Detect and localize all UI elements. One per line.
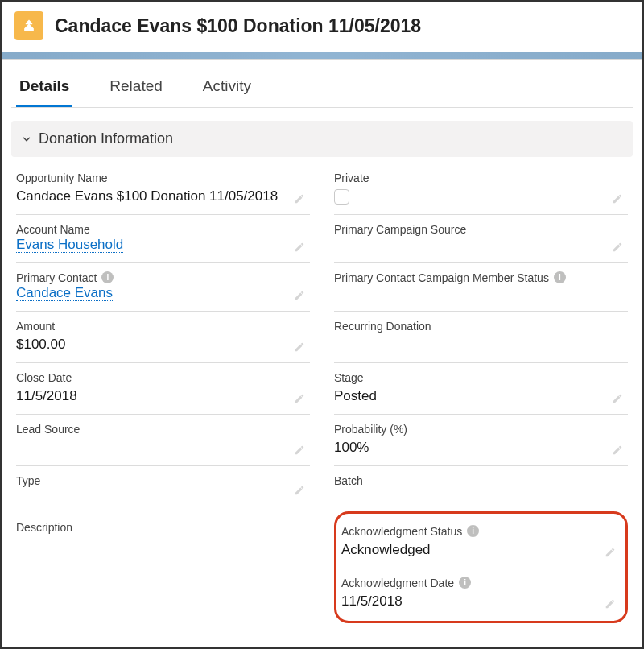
value-probability: 100%: [334, 439, 604, 457]
field-recurring-donation[interactable]: Recurring Donation: [334, 312, 628, 363]
field-batch[interactable]: Batch: [334, 466, 628, 506]
pencil-icon[interactable]: [294, 290, 305, 301]
label-amount: Amount: [16, 320, 55, 333]
tab-activity[interactable]: Activity: [200, 66, 254, 107]
info-icon[interactable]: i: [459, 577, 471, 589]
pencil-icon[interactable]: [294, 193, 305, 205]
chevron-down-icon: [21, 134, 32, 145]
field-close-date[interactable]: Close Date 11/5/2018: [16, 363, 310, 415]
link-primary-contact[interactable]: Candace Evans: [16, 285, 113, 301]
pencil-icon[interactable]: [294, 341, 305, 353]
pencil-icon[interactable]: [605, 547, 616, 558]
pencil-icon[interactable]: [294, 444, 305, 456]
info-icon[interactable]: i: [467, 525, 479, 537]
field-opportunity-name[interactable]: Opportunity Name Candace Evans $100 Dona…: [16, 163, 310, 215]
checkbox-private[interactable]: [334, 189, 349, 205]
pencil-icon[interactable]: [612, 393, 623, 404]
label-type: Type: [16, 474, 40, 487]
field-type[interactable]: Type: [16, 466, 310, 506]
link-account-name[interactable]: Evans Household: [16, 237, 123, 253]
field-amount[interactable]: Amount $100.00: [16, 312, 310, 363]
info-icon[interactable]: i: [101, 271, 114, 283]
highlight-acknowledgment: Acknowledgment Status i Acknowledged Ack…: [334, 511, 628, 623]
label-ack-date: Acknowledgment Date: [341, 577, 454, 589]
opportunity-icon: [14, 11, 43, 40]
tab-bar: Details Related Activity: [11, 66, 633, 108]
value-amount: $100.00: [16, 336, 286, 354]
field-ack-date[interactable]: Acknowledgment Date i 11/5/2018: [341, 568, 621, 619]
label-account-name: Account Name: [16, 223, 90, 236]
field-account-name[interactable]: Account Name Evans Household: [16, 215, 310, 263]
field-primary-contact[interactable]: Primary Contact i Candace Evans: [16, 263, 310, 312]
label-ack-status: Acknowledgment Status: [341, 525, 462, 538]
path-bar: [2, 52, 642, 60]
pencil-icon[interactable]: [294, 393, 305, 404]
pencil-icon[interactable]: [294, 242, 305, 253]
value-ack-date: 11/5/2018: [341, 593, 597, 611]
label-description: Description: [16, 521, 72, 534]
label-private: Private: [334, 172, 369, 184]
value-stage: Posted: [334, 387, 604, 406]
pencil-icon[interactable]: [605, 598, 616, 610]
label-primary-campaign-source: Primary Campaign Source: [334, 223, 466, 236]
value-close-date: 11/5/2018: [16, 387, 286, 406]
pencil-icon[interactable]: [612, 193, 623, 205]
page-header: Candace Evans $100 Donation 11/05/2018: [2, 2, 642, 52]
label-primary-contact: Primary Contact: [16, 271, 97, 284]
label-recurring-donation: Recurring Donation: [334, 320, 431, 333]
label-primary-contact-cms: Primary Contact Campaign Member Status: [334, 271, 549, 284]
label-opportunity-name: Opportunity Name: [16, 172, 108, 184]
field-stage[interactable]: Stage Posted: [334, 363, 628, 415]
field-private[interactable]: Private: [334, 163, 628, 215]
label-probability: Probability (%): [334, 423, 407, 436]
label-lead-source: Lead Source: [16, 423, 80, 436]
pencil-icon[interactable]: [612, 444, 623, 456]
field-primary-contact-cms[interactable]: Primary Contact Campaign Member Status i: [334, 263, 628, 312]
field-description[interactable]: Description: [16, 506, 310, 623]
field-lead-source[interactable]: Lead Source: [16, 415, 310, 466]
field-probability[interactable]: Probability (%) 100%: [334, 415, 628, 466]
label-close-date: Close Date: [16, 371, 72, 384]
section-donation-information[interactable]: Donation Information: [11, 121, 633, 157]
tab-related[interactable]: Related: [106, 66, 166, 107]
page-title: Candace Evans $100 Donation 11/05/2018: [55, 15, 421, 37]
pencil-icon[interactable]: [294, 485, 305, 496]
tab-details[interactable]: Details: [16, 66, 72, 107]
pencil-icon[interactable]: [612, 242, 623, 253]
value-ack-status: Acknowledged: [341, 541, 597, 560]
field-ack-status[interactable]: Acknowledgment Status i Acknowledged: [341, 517, 621, 568]
field-primary-campaign-source[interactable]: Primary Campaign Source: [334, 215, 628, 263]
label-batch: Batch: [334, 474, 363, 487]
info-icon[interactable]: i: [554, 271, 566, 283]
value-opportunity-name: Candace Evans $100 Donation 11/05/2018: [16, 188, 286, 206]
section-title: Donation Information: [39, 130, 173, 147]
label-stage: Stage: [334, 371, 364, 384]
